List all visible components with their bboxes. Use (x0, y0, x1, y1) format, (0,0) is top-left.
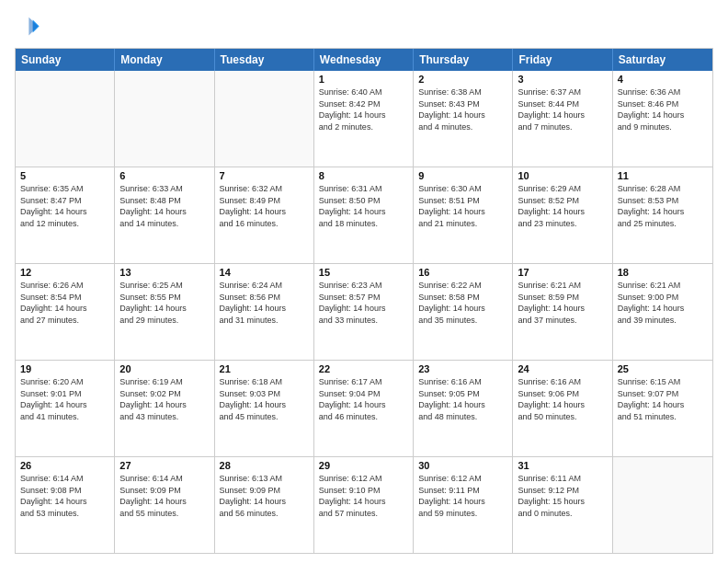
calendar-day-11: 11Sunrise: 6:28 AMSunset: 8:53 PMDayligh… (613, 167, 712, 263)
calendar-day-2: 2Sunrise: 6:38 AMSunset: 8:43 PMDaylight… (414, 71, 513, 167)
calendar-day-empty (215, 71, 314, 167)
day-number: 13 (119, 267, 209, 278)
calendar-weekday-tuesday: Tuesday (215, 49, 314, 71)
day-number: 17 (518, 267, 607, 278)
day-info: Sunrise: 6:14 AMSunset: 9:09 PMDaylight:… (119, 473, 209, 519)
logo-icon (15, 15, 40, 40)
day-info: Sunrise: 6:26 AMSunset: 8:54 PMDaylight:… (20, 280, 109, 326)
day-info: Sunrise: 6:20 AMSunset: 9:01 PMDaylight:… (20, 376, 109, 422)
calendar-day-14: 14Sunrise: 6:24 AMSunset: 8:56 PMDayligh… (215, 264, 314, 360)
calendar-day-7: 7Sunrise: 6:32 AMSunset: 8:49 PMDaylight… (215, 167, 314, 263)
day-number: 2 (418, 74, 507, 85)
calendar-day-empty (16, 71, 115, 167)
calendar-day-28: 28Sunrise: 6:13 AMSunset: 9:09 PMDayligh… (215, 457, 314, 553)
calendar: SundayMondayTuesdayWednesdayThursdayFrid… (15, 48, 713, 554)
calendar-day-5: 5Sunrise: 6:35 AMSunset: 8:47 PMDaylight… (16, 167, 115, 263)
calendar-day-9: 9Sunrise: 6:30 AMSunset: 8:51 PMDaylight… (414, 167, 513, 263)
calendar-weekday-saturday: Saturday (613, 49, 712, 71)
day-number: 3 (518, 74, 607, 85)
calendar-body: 1Sunrise: 6:40 AMSunset: 8:42 PMDaylight… (16, 71, 712, 553)
day-number: 21 (220, 363, 309, 374)
day-number: 29 (319, 460, 408, 471)
day-info: Sunrise: 6:25 AMSunset: 8:55 PMDaylight:… (119, 280, 209, 326)
calendar-day-21: 21Sunrise: 6:18 AMSunset: 9:03 PMDayligh… (215, 361, 314, 456)
day-info: Sunrise: 6:16 AMSunset: 9:05 PMDaylight:… (418, 376, 507, 422)
calendar-week-1: 1Sunrise: 6:40 AMSunset: 8:42 PMDaylight… (16, 71, 712, 167)
calendar-day-8: 8Sunrise: 6:31 AMSunset: 8:50 PMDaylight… (314, 167, 414, 263)
day-number: 24 (518, 363, 607, 374)
calendar-day-empty (613, 457, 712, 553)
day-info: Sunrise: 6:22 AMSunset: 8:58 PMDaylight:… (418, 280, 507, 326)
svg-marker-1 (28, 17, 38, 36)
day-info: Sunrise: 6:30 AMSunset: 8:51 PMDaylight:… (418, 183, 507, 229)
calendar-day-12: 12Sunrise: 6:26 AMSunset: 8:54 PMDayligh… (16, 264, 115, 360)
day-info: Sunrise: 6:37 AMSunset: 8:44 PMDaylight:… (518, 86, 607, 132)
calendar-weekday-monday: Monday (115, 49, 214, 71)
calendar-day-15: 15Sunrise: 6:23 AMSunset: 8:57 PMDayligh… (314, 264, 414, 360)
calendar-day-4: 4Sunrise: 6:36 AMSunset: 8:46 PMDaylight… (613, 71, 712, 167)
calendar-weekday-sunday: Sunday (16, 49, 115, 71)
day-number: 4 (618, 74, 708, 85)
calendar-day-24: 24Sunrise: 6:16 AMSunset: 9:06 PMDayligh… (513, 361, 612, 456)
calendar-week-5: 26Sunrise: 6:14 AMSunset: 9:08 PMDayligh… (16, 456, 712, 553)
day-info: Sunrise: 6:15 AMSunset: 9:07 PMDaylight:… (618, 376, 708, 422)
day-number: 26 (20, 460, 109, 471)
day-info: Sunrise: 6:18 AMSunset: 9:03 PMDaylight:… (220, 376, 309, 422)
day-info: Sunrise: 6:28 AMSunset: 8:53 PMDaylight:… (618, 183, 708, 229)
calendar-day-19: 19Sunrise: 6:20 AMSunset: 9:01 PMDayligh… (16, 361, 115, 456)
day-number: 20 (119, 363, 209, 374)
day-number: 7 (220, 170, 309, 181)
page: SundayMondayTuesdayWednesdayThursdayFrid… (0, 0, 728, 563)
calendar-day-30: 30Sunrise: 6:12 AMSunset: 9:11 PMDayligh… (414, 457, 513, 553)
day-info: Sunrise: 6:21 AMSunset: 8:59 PMDaylight:… (518, 280, 607, 326)
day-number: 10 (518, 170, 607, 181)
day-number: 11 (618, 170, 708, 181)
calendar-day-29: 29Sunrise: 6:12 AMSunset: 9:10 PMDayligh… (314, 457, 414, 553)
day-info: Sunrise: 6:13 AMSunset: 9:09 PMDaylight:… (220, 473, 309, 519)
logo (15, 15, 44, 40)
day-info: Sunrise: 6:23 AMSunset: 8:57 PMDaylight:… (319, 280, 408, 326)
day-info: Sunrise: 6:40 AMSunset: 8:42 PMDaylight:… (319, 86, 408, 132)
day-info: Sunrise: 6:12 AMSunset: 9:11 PMDaylight:… (418, 473, 507, 519)
day-info: Sunrise: 6:36 AMSunset: 8:46 PMDaylight:… (618, 86, 708, 132)
calendar-day-20: 20Sunrise: 6:19 AMSunset: 9:02 PMDayligh… (115, 361, 214, 456)
calendar-day-26: 26Sunrise: 6:14 AMSunset: 9:08 PMDayligh… (16, 457, 115, 553)
day-info: Sunrise: 6:35 AMSunset: 8:47 PMDaylight:… (20, 183, 109, 229)
day-number: 12 (20, 267, 109, 278)
day-number: 28 (220, 460, 309, 471)
calendar-header-row: SundayMondayTuesdayWednesdayThursdayFrid… (16, 49, 712, 71)
day-number: 6 (119, 170, 209, 181)
day-number: 9 (418, 170, 507, 181)
calendar-week-2: 5Sunrise: 6:35 AMSunset: 8:47 PMDaylight… (16, 167, 712, 263)
calendar-day-18: 18Sunrise: 6:21 AMSunset: 9:00 PMDayligh… (613, 264, 712, 360)
day-info: Sunrise: 6:38 AMSunset: 8:43 PMDaylight:… (418, 86, 507, 132)
calendar-day-17: 17Sunrise: 6:21 AMSunset: 8:59 PMDayligh… (513, 264, 612, 360)
day-number: 27 (119, 460, 209, 471)
day-number: 30 (418, 460, 507, 471)
calendar-weekday-wednesday: Wednesday (314, 49, 414, 71)
header (15, 15, 713, 40)
day-number: 5 (20, 170, 109, 181)
calendar-day-1: 1Sunrise: 6:40 AMSunset: 8:42 PMDaylight… (314, 71, 414, 167)
day-number: 23 (418, 363, 507, 374)
day-number: 16 (418, 267, 507, 278)
calendar-day-22: 22Sunrise: 6:17 AMSunset: 9:04 PMDayligh… (314, 361, 414, 456)
calendar-day-25: 25Sunrise: 6:15 AMSunset: 9:07 PMDayligh… (613, 361, 712, 456)
calendar-weekday-friday: Friday (513, 49, 612, 71)
day-info: Sunrise: 6:17 AMSunset: 9:04 PMDaylight:… (319, 376, 408, 422)
day-info: Sunrise: 6:24 AMSunset: 8:56 PMDaylight:… (220, 280, 309, 326)
calendar-day-13: 13Sunrise: 6:25 AMSunset: 8:55 PMDayligh… (115, 264, 214, 360)
day-number: 25 (618, 363, 708, 374)
day-number: 19 (20, 363, 109, 374)
day-number: 31 (518, 460, 607, 471)
calendar-day-3: 3Sunrise: 6:37 AMSunset: 8:44 PMDaylight… (513, 71, 612, 167)
day-number: 1 (319, 74, 408, 85)
calendar-day-6: 6Sunrise: 6:33 AMSunset: 8:48 PMDaylight… (115, 167, 214, 263)
calendar-day-empty (115, 71, 214, 167)
calendar-weekday-thursday: Thursday (414, 49, 513, 71)
day-number: 18 (618, 267, 708, 278)
calendar-day-16: 16Sunrise: 6:22 AMSunset: 8:58 PMDayligh… (414, 264, 513, 360)
day-number: 8 (319, 170, 408, 181)
calendar-day-31: 31Sunrise: 6:11 AMSunset: 9:12 PMDayligh… (513, 457, 612, 553)
calendar-day-23: 23Sunrise: 6:16 AMSunset: 9:05 PMDayligh… (414, 361, 513, 456)
